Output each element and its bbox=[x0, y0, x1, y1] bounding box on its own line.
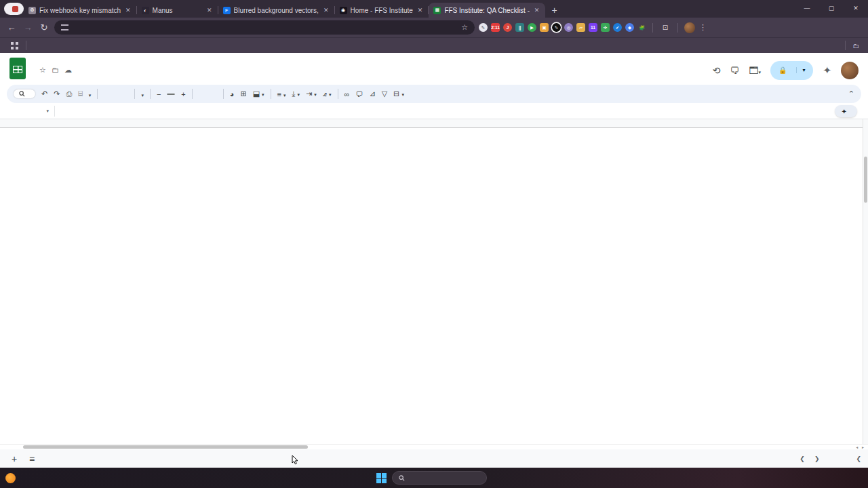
tab-title: FFS Institute: QA Checklist - Go bbox=[444, 7, 529, 14]
font-size-input[interactable] bbox=[167, 94, 175, 95]
address-bar[interactable]: ☆ bbox=[54, 20, 475, 35]
screen: ⚙Fix webhook key mismatch✕◐Manus✕FBlurre… bbox=[0, 0, 868, 488]
start-button[interactable] bbox=[376, 473, 387, 483]
close-icon[interactable]: ✕ bbox=[322, 7, 330, 14]
insert-link-button[interactable]: ∞ bbox=[344, 90, 350, 98]
zoom-select[interactable]: ▾ bbox=[89, 90, 92, 98]
text-wrap-button[interactable]: ⇥ ▾ bbox=[306, 89, 317, 98]
bookmarks-bar: 🗀 bbox=[0, 37, 868, 53]
name-box[interactable]: ▾ bbox=[7, 108, 54, 114]
browser-tab[interactable]: ⚙Fix webhook key mismatch✕ bbox=[24, 3, 137, 18]
maximize-button[interactable]: ▢ bbox=[819, 0, 844, 16]
folder-extension[interactable]: ▱ bbox=[576, 23, 585, 32]
decrease-font-size-button[interactable]: − bbox=[157, 90, 161, 98]
share-button[interactable]: 🔒 ▾ bbox=[770, 61, 814, 80]
taskbar-search[interactable] bbox=[392, 471, 487, 485]
play-extension[interactable]: ▶ bbox=[528, 23, 536, 32]
close-button[interactable]: ✕ bbox=[844, 0, 868, 16]
spreadsheet-grid bbox=[0, 119, 868, 444]
vertical-scrollbar-thumb[interactable] bbox=[864, 157, 867, 203]
close-icon[interactable]: ✕ bbox=[533, 7, 541, 14]
cloud-status-icon[interactable]: ☁ bbox=[64, 66, 72, 75]
sheets-favicon: ▦ bbox=[433, 7, 441, 14]
borders-button[interactable]: ⊞ bbox=[240, 89, 246, 98]
site-info-icon[interactable] bbox=[61, 24, 68, 30]
paint-format-button[interactable]: ⌸ bbox=[78, 89, 83, 98]
collapse-toolbar-button[interactable]: ⌃ bbox=[848, 89, 854, 98]
tab-groups-grid-icon[interactable] bbox=[11, 42, 18, 49]
palette-extension[interactable]: ▣ bbox=[540, 23, 549, 32]
tab-group-asana[interactable] bbox=[4, 3, 24, 15]
divider bbox=[26, 41, 26, 50]
browser-tab[interactable]: ◉Home - FFS Institute✕ bbox=[335, 3, 429, 18]
browser-tab-active[interactable]: ▦FFS Institute: QA Checklist - Go✕ bbox=[429, 3, 545, 18]
meet-icon[interactable]: 🗔▾ bbox=[749, 65, 761, 76]
red-extension[interactable]: J bbox=[503, 23, 512, 32]
horizontal-align-button[interactable]: ≡ ▾ bbox=[277, 90, 286, 98]
merge-cells-button[interactable]: ⬓ ▾ bbox=[253, 89, 264, 98]
eleven-extension[interactable]: 11 bbox=[589, 23, 597, 32]
all-bookmarks-button[interactable]: 🗀 bbox=[853, 42, 863, 49]
manus-favicon: ◐ bbox=[142, 7, 149, 14]
new-tab-button[interactable]: + bbox=[545, 3, 563, 18]
check-extension[interactable]: ✔ bbox=[613, 23, 622, 32]
insert-comment-button[interactable]: 🗩 bbox=[355, 90, 363, 98]
green-extension[interactable]: ✣ bbox=[601, 23, 610, 32]
menus-search-button[interactable] bbox=[14, 89, 35, 98]
asana-icon bbox=[12, 6, 18, 12]
formula-bar: ▾ bbox=[0, 103, 868, 119]
redo-button[interactable]: ↷ bbox=[54, 89, 60, 98]
horizontal-scrollbar[interactable]: ◂ ▸ bbox=[0, 444, 868, 449]
browser-menu-icon[interactable]: ⋮ bbox=[699, 23, 707, 32]
sheets-logo-icon[interactable] bbox=[9, 58, 27, 81]
bookmark-star-icon[interactable]: ☆ bbox=[461, 23, 468, 32]
version-history-icon[interactable]: ⟲ bbox=[713, 65, 721, 76]
comments-icon[interactable]: 🗨 bbox=[730, 65, 739, 76]
all-sheets-button[interactable]: ≡ bbox=[23, 449, 41, 468]
shield-extension[interactable]: ◆ bbox=[625, 23, 634, 32]
extensions-puzzle-icon[interactable]: 🧩 bbox=[637, 23, 646, 32]
close-icon[interactable]: ✕ bbox=[124, 7, 132, 14]
close-icon[interactable]: ✕ bbox=[416, 7, 425, 14]
forward-button[interactable]: → bbox=[22, 22, 34, 33]
text-rotate-button[interactable]: ⦨ ▾ bbox=[323, 89, 332, 98]
star-icon[interactable]: ☆ bbox=[39, 66, 46, 75]
increase-font-size-button[interactable]: + bbox=[181, 90, 185, 98]
panel-collapse-icon[interactable]: ❮ bbox=[856, 455, 861, 462]
browser-chrome: ⚙Fix webhook key mismatch✕◐Manus✕FBlurre… bbox=[0, 0, 868, 53]
table-tools-button[interactable]: ⊟ ▾ bbox=[393, 89, 404, 98]
undo-button[interactable]: ↶ bbox=[41, 89, 47, 98]
timer-extension[interactable]: 2:11 bbox=[491, 23, 500, 32]
reload-button[interactable]: ↻ bbox=[38, 22, 50, 33]
weather-widget[interactable] bbox=[5, 473, 20, 483]
font-select[interactable]: ▾ bbox=[141, 90, 144, 98]
browser-profile-avatar[interactable] bbox=[684, 22, 695, 33]
close-icon[interactable]: ✕ bbox=[205, 7, 214, 14]
purple-extension[interactable]: ◎ bbox=[564, 23, 573, 32]
add-sheet-button[interactable]: + bbox=[5, 449, 23, 468]
side-panel-icon[interactable]: ⊡ bbox=[659, 24, 671, 31]
browser-tab[interactable]: ◐Manus✕ bbox=[137, 3, 218, 18]
vertical-align-button[interactable]: ⤓ ▾ bbox=[292, 89, 300, 98]
gemini-icon[interactable]: ✦ bbox=[823, 64, 831, 77]
browser-tab[interactable]: FBlurred background vectors, ph✕ bbox=[218, 3, 335, 18]
vertical-scrollbar[interactable] bbox=[863, 119, 868, 444]
summarize-table-button[interactable]: ✦ bbox=[835, 105, 857, 117]
scrollbar-arrows[interactable]: ◂ ▸ bbox=[856, 445, 865, 449]
sheets-profile-avatar[interactable] bbox=[841, 62, 859, 79]
minimize-button[interactable]: — bbox=[795, 0, 819, 16]
create-filter-button[interactable]: ▽ bbox=[382, 89, 387, 98]
sheet-tab-bar: + ≡ ❮ ❯ ❮ bbox=[0, 449, 868, 468]
fill-color-button[interactable]: ◕ bbox=[230, 90, 235, 98]
move-folder-icon[interactable]: 🗀 bbox=[52, 66, 59, 74]
sheet-scroll-right-icon[interactable]: ❯ bbox=[814, 455, 820, 462]
teal-extension[interactable]: || bbox=[515, 23, 524, 32]
share-dropdown-caret[interactable]: ▾ bbox=[796, 67, 810, 73]
insert-chart-button[interactable]: ⊿ bbox=[369, 89, 375, 98]
back-button[interactable]: ← bbox=[5, 22, 18, 33]
pen-extension[interactable]: ✎ bbox=[479, 23, 488, 32]
editor-extension[interactable]: ✎ bbox=[552, 23, 561, 32]
horizontal-scrollbar-thumb[interactable] bbox=[23, 445, 308, 449]
sheet-scroll-left-icon[interactable]: ❮ bbox=[800, 455, 805, 462]
print-button[interactable]: ⎙ bbox=[66, 89, 72, 98]
